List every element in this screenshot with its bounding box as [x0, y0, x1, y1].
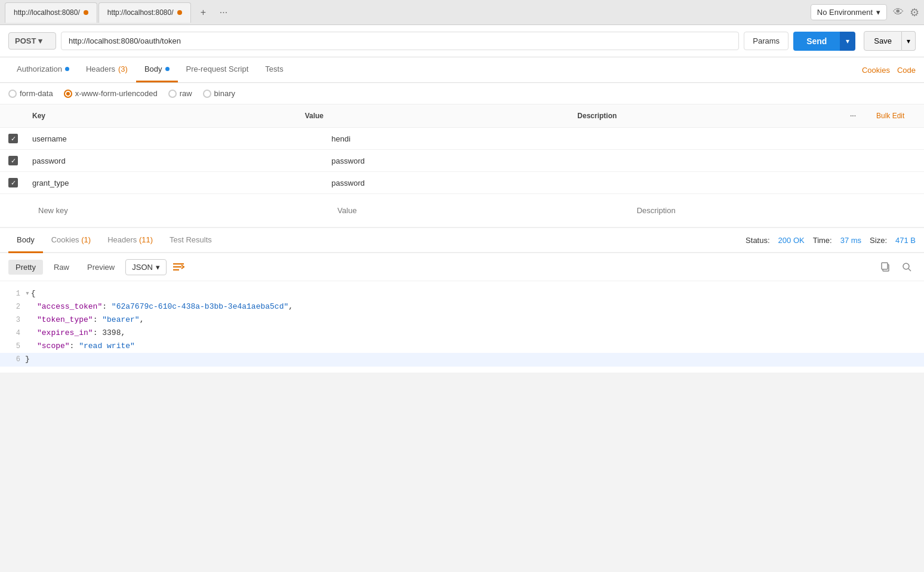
tab-body[interactable]: Body [136, 57, 178, 82]
urlencoded-option[interactable]: x-www-form-urlencoded [64, 89, 158, 98]
cookies-link[interactable]: Cookies [862, 66, 890, 75]
resp-tab-test-results[interactable]: Test Results [161, 228, 220, 253]
search-button[interactable] [898, 258, 916, 276]
row3-value[interactable]: password [325, 173, 624, 193]
request-tabs: Authorization Headers (3) Body Pre-reque… [0, 57, 924, 83]
bulk-edit-button[interactable]: Bulk Edit [870, 109, 924, 122]
status-label: Status: [746, 236, 769, 245]
tab-pre-request[interactable]: Pre-request Script [178, 57, 257, 82]
row1-description[interactable] [625, 133, 924, 144]
checkbox-header-cell [0, 109, 26, 122]
collapse-icon[interactable]: ▾ [25, 287, 30, 300]
tab-headers[interactable]: Headers (3) [78, 57, 136, 82]
row3-description[interactable] [625, 177, 924, 189]
json-line-1: 1 ▾ { [0, 287, 924, 300]
row1-checkbox[interactable] [8, 134, 18, 143]
format-select[interactable]: JSON ▾ [125, 259, 167, 275]
raw-option[interactable]: raw [168, 89, 192, 98]
request-bar: POST ▾ Params Send ▾ Save ▾ [0, 25, 924, 57]
row3-checkbox-cell [0, 172, 26, 193]
urlencoded-radio[interactable] [64, 90, 72, 98]
row1-value[interactable]: hendi [325, 128, 624, 149]
wrap-icon[interactable] [170, 259, 187, 275]
code-link[interactable]: Code [897, 66, 916, 75]
eye-icon[interactable]: 👁 [893, 6, 904, 19]
tab-2[interactable]: http://localhost:8080/ [98, 2, 191, 23]
new-value-input[interactable] [331, 200, 618, 221]
new-description-cell[interactable] [625, 194, 924, 227]
new-key-input[interactable] [32, 200, 319, 221]
tab-tests[interactable]: Tests [257, 57, 291, 82]
gear-icon[interactable]: ⚙ [910, 6, 919, 19]
chevron-down-icon: ▾ [876, 8, 880, 17]
urlencoded-label: x-www-form-urlencoded [75, 89, 158, 98]
format-bar: Pretty Raw Preview JSON ▾ [0, 253, 924, 281]
method-select[interactable]: POST ▾ [8, 32, 56, 50]
more-tabs-button[interactable]: ··· [216, 5, 232, 20]
new-description-input[interactable] [631, 200, 918, 221]
row3-key[interactable]: grant_type [26, 173, 325, 193]
resp-tab-headers[interactable]: Headers (11) [99, 228, 161, 253]
tab-1-indicator [84, 10, 88, 15]
binary-radio[interactable] [203, 90, 211, 98]
new-param-row [0, 194, 924, 227]
new-value-cell[interactable] [325, 194, 624, 227]
table-row: username hendi [0, 128, 924, 150]
authorization-label: Authorization [17, 64, 62, 73]
row3-checkbox[interactable] [8, 178, 18, 187]
copy-button[interactable] [876, 258, 894, 276]
method-label: POST [15, 36, 36, 45]
format-bar-actions [876, 258, 916, 276]
line-num-3: 3 [6, 314, 25, 326]
row2-key[interactable]: password [26, 150, 325, 171]
raw-radio[interactable] [168, 90, 177, 98]
save-dropdown-button[interactable]: ▾ [902, 31, 916, 51]
form-data-label: form-data [20, 89, 53, 98]
send-group: Send ▾ [793, 32, 855, 51]
form-data-radio[interactable] [8, 90, 17, 98]
new-key-cell[interactable] [26, 194, 325, 227]
pretty-button[interactable]: Pretty [8, 260, 43, 275]
row1-key[interactable]: username [26, 128, 325, 149]
json-close-brace: } [25, 353, 30, 366]
send-button[interactable]: Send [793, 32, 840, 51]
json-expires-in-key: "expires_in": 3398, [25, 327, 125, 340]
resp-tab-body[interactable]: Body [8, 228, 43, 253]
json-output: 1 ▾ { 2 "access_token": "62a7679c-610c-4… [0, 281, 924, 373]
row2-checkbox[interactable] [8, 156, 18, 165]
json-token-type-key: "token_type": "bearer", [25, 313, 144, 327]
resp-tab-cookies[interactable]: Cookies (1) [43, 228, 99, 253]
row2-value[interactable]: password [325, 150, 624, 171]
tab-2-indicator [177, 10, 182, 15]
url-input[interactable] [61, 32, 739, 50]
json-open-brace: { [31, 287, 36, 300]
tests-label: Tests [265, 64, 283, 73]
resp-test-results-label: Test Results [170, 235, 212, 244]
value-header: Value [299, 109, 572, 122]
preview-button[interactable]: Preview [80, 260, 122, 275]
json-scope-key: "scope": "read write" [25, 340, 135, 353]
body-options: form-data x-www-form-urlencoded raw bina… [0, 83, 924, 104]
form-data-option[interactable]: form-data [8, 89, 53, 98]
binary-option[interactable]: binary [203, 89, 235, 98]
format-chevron-icon: ▾ [156, 263, 160, 272]
raw-button[interactable]: Raw [47, 260, 76, 275]
response-section: Body Cookies (1) Headers (11) Test Resul… [0, 228, 924, 373]
params-button[interactable]: Params [744, 32, 789, 50]
new-tab-button[interactable]: + [196, 5, 211, 20]
tab-1[interactable]: http://localhost:8080/ [5, 2, 97, 23]
line-num-4: 4 [6, 327, 25, 339]
save-button[interactable]: Save [864, 31, 902, 51]
tab-authorization[interactable]: Authorization [8, 57, 78, 82]
table-row: password password [0, 150, 924, 172]
row2-description[interactable] [625, 155, 924, 167]
line-num-6: 6 [6, 353, 25, 365]
response-status: Status: 200 OK Time: 37 ms Size: 471 B [746, 236, 916, 245]
size-label: Size: [870, 236, 887, 245]
resp-headers-label: Headers [107, 235, 137, 244]
environment-select[interactable]: No Environment ▾ [811, 4, 887, 20]
json-access-token-key: "access_token": "62a7679c-610c-438a-b3bb… [25, 300, 293, 313]
send-dropdown-button[interactable]: ▾ [840, 32, 855, 51]
line-num-2: 2 [6, 301, 25, 313]
table-row: grant_type password [0, 172, 924, 194]
